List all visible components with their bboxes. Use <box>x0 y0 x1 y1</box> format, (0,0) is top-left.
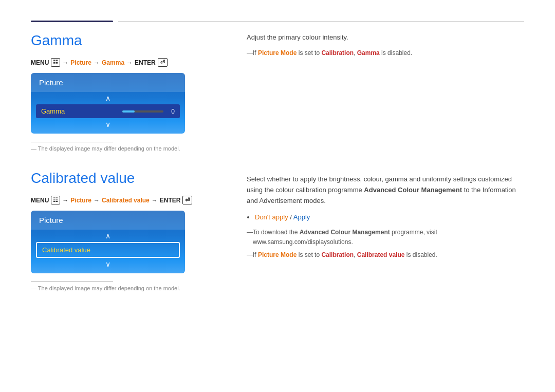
menu-label: MENU <box>31 59 49 66</box>
cal-picture-link: Picture <box>70 197 91 204</box>
top-divider <box>31 21 524 22</box>
note1-calibration: Calibration <box>321 49 354 57</box>
nav-arrow-3: → <box>126 59 133 66</box>
cal-note2: To download the Advanced Colour Manageme… <box>247 228 524 247</box>
page-container: Gamma MENU ☷ → Picture → Gamma → ENTER ⏎… <box>0 0 555 312</box>
gamma-chevron-down: ∨ <box>31 119 185 130</box>
gamma-row-label: Gamma <box>41 107 65 115</box>
note2-bold: Advanced Colour Management <box>300 229 390 236</box>
enter-icon: ⏎ <box>158 58 168 67</box>
left-column: Gamma MENU ☷ → Picture → Gamma → ENTER ⏎… <box>31 32 226 291</box>
note3-prefix: If <box>253 251 258 258</box>
menu-icon: ☷ <box>51 58 60 67</box>
cal-arrow-3: → <box>152 197 158 204</box>
enter-label: ENTER <box>135 59 156 66</box>
calibrated-row-label: Calibrated value <box>42 246 90 254</box>
calibrated-description: Select whether to apply the brightness, … <box>247 174 524 206</box>
cal-menu-label: MENU <box>31 197 49 204</box>
cal-desc-bold: Advanced Colour Management <box>364 186 462 194</box>
bullet-slash: / <box>288 213 293 221</box>
slider-fill <box>122 110 135 113</box>
note1-picture-mode: Picture Mode <box>258 49 297 57</box>
calibrated-title: Calibrated value <box>31 170 226 186</box>
cal-menu-icon: ☷ <box>51 196 60 204</box>
gamma-link: Gamma <box>102 59 124 66</box>
dont-apply-text[interactable]: Don't apply <box>255 213 288 221</box>
gamma-section: Gamma MENU ☷ → Picture → Gamma → ENTER ⏎… <box>31 32 226 152</box>
calibrated-right-content: Select whether to apply the brightness, … <box>247 174 524 260</box>
gamma-note: If Picture Mode is set to Calibration, G… <box>247 48 524 58</box>
calibrated-bullet-list: Don't apply / Apply <box>255 211 524 223</box>
calibrated-footnote: ― The displayed image may differ dependi… <box>31 285 226 291</box>
gamma-picture-header: Picture <box>31 73 185 92</box>
note1-gamma: Gamma <box>357 49 380 57</box>
calibrated-row: Calibrated value <box>36 242 180 258</box>
calibrated-link: Calibrated value <box>102 197 150 204</box>
calibrated-menu-nav: MENU ☷ → Picture → Calibrated value → EN… <box>31 196 226 204</box>
apply-text[interactable]: Apply <box>293 213 310 221</box>
gamma-title: Gamma <box>31 32 226 49</box>
calibrated-picture-header: Picture <box>31 211 185 230</box>
note3-calibration: Calibration <box>321 251 354 258</box>
cal-note3: If Picture Mode is set to Calibration, C… <box>247 250 524 260</box>
note3-calibrated: Calibrated value <box>357 251 405 258</box>
right-column: Adjust the primary colour intensity. If … <box>247 32 524 291</box>
gamma-chevron-up: ∧ <box>31 92 185 103</box>
divider-left <box>31 21 113 22</box>
note1-suffix: , <box>354 49 357 57</box>
gamma-picture-box: Picture ∧ Gamma 0 ∨ <box>31 73 185 134</box>
gamma-description: Adjust the primary colour intensity. <box>247 32 524 43</box>
main-content: Gamma MENU ☷ → Picture → Gamma → ENTER ⏎… <box>31 32 524 291</box>
gamma-menu-nav: MENU ☷ → Picture → Gamma → ENTER ⏎ <box>31 58 226 67</box>
gamma-footnote-divider <box>31 142 113 142</box>
gamma-slider[interactable]: 0 <box>122 108 175 115</box>
cal-arrow-1: → <box>62 197 68 204</box>
dont-apply-item: Don't apply / Apply <box>255 211 524 223</box>
note1-mid: is set to <box>297 49 321 57</box>
calibrated-footnote-divider <box>31 282 113 282</box>
picture-link: Picture <box>70 59 91 66</box>
nav-arrow-1: → <box>62 59 68 66</box>
note3-suffix: , <box>354 251 357 258</box>
calibrated-section: Calibrated value MENU ☷ → Picture → Cali… <box>31 170 226 291</box>
nav-arrow-2: → <box>94 59 100 66</box>
note3-end: is disabled. <box>404 251 437 258</box>
note3-picture-mode: Picture Mode <box>258 251 297 258</box>
note2-prefix: To download the <box>253 229 300 236</box>
cal-arrow-2: → <box>94 197 100 204</box>
gamma-row: Gamma 0 <box>36 104 180 118</box>
gamma-right-content: Adjust the primary colour intensity. If … <box>247 32 524 58</box>
calibrated-chevron-up: ∧ <box>31 230 185 241</box>
cal-enter-icon: ⏎ <box>182 196 192 204</box>
right-spacer <box>247 61 524 174</box>
note1-prefix: If <box>253 49 258 57</box>
cal-enter-label: ENTER <box>160 197 181 204</box>
gamma-footnote: ― The displayed image may differ dependi… <box>31 145 226 152</box>
slider-value: 0 <box>166 108 175 115</box>
note1-end: is disabled. <box>380 49 412 57</box>
slider-track <box>122 110 163 113</box>
note3-mid: is set to <box>297 251 321 258</box>
calibrated-chevron-down: ∨ <box>31 259 185 270</box>
calibrated-picture-box: Picture ∧ Calibrated value ∨ <box>31 211 185 273</box>
divider-right <box>118 21 524 22</box>
